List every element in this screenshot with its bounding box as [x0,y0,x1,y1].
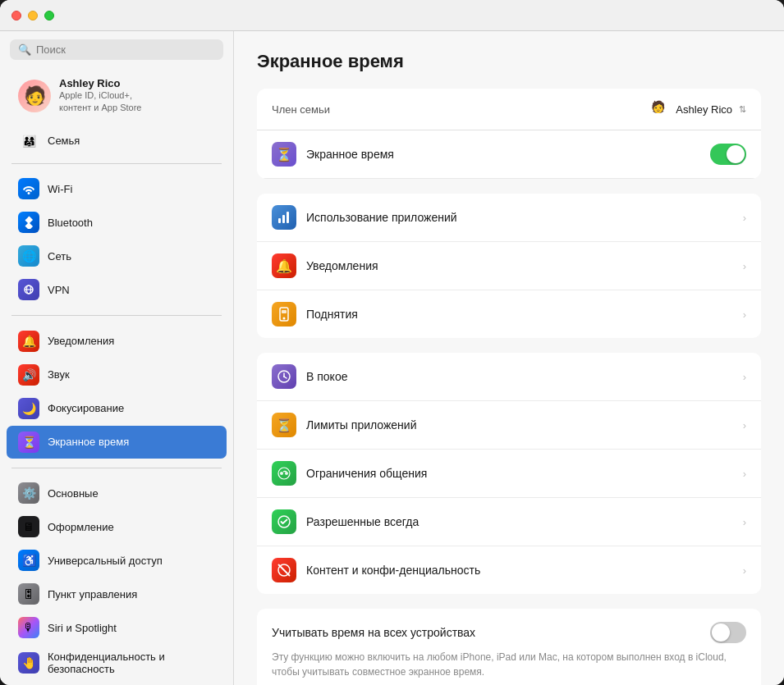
svg-point-10 [283,317,286,320]
user-name: Ashley Rico [59,77,141,89]
search-input-wrap[interactable]: 🔍 [10,39,223,60]
pickups-icon [272,302,296,327]
vpn-icon [18,279,39,300]
communication-row-label: Ограничения общения [306,467,427,480]
shared-time-label: Учитывать время на всех устройствах [272,626,475,639]
bluetooth-icon [18,212,39,233]
always-allowed-icon [272,509,296,534]
downtime-row-left: В покое [272,364,347,389]
app-limits-icon: ⏳ [272,413,296,437]
sidebar-bluetooth-label: Bluetooth [48,217,93,229]
app-usage-row[interactable]: Использование приложений › [257,194,761,242]
settings-rows-group-2: В покое › ⏳ Лимиты приложений › [257,353,761,594]
always-allowed-row-label: Разрешенные всегда [306,515,419,528]
bottom-section: Учитывать время на всех устройствах Эту … [257,609,761,685]
user-info: Ashley Rico Apple ID, iCloud+,контент и … [59,77,141,115]
maximize-button[interactable] [44,11,54,21]
content-privacy-row[interactable]: Контент и конфи-денциальность › [257,546,761,594]
sidebar-item-general[interactable]: ⚙️ Основные [7,477,227,509]
main-content: Экранное время Член семьи 🧑 Ashley Rico … [234,31,784,685]
search-input[interactable] [36,43,215,56]
svg-point-14 [280,472,283,475]
search-bar: 🔍 [0,31,233,68]
pickups-row-left: Поднятия [272,302,358,327]
user-profile-item[interactable]: 🧑 Ashley Rico Apple ID, iCloud+,контент … [7,69,227,123]
screentime-icon: ⏳ [18,432,39,453]
notifications-row[interactable]: 🔔 Уведомления › [257,242,761,290]
family-selector-name: Ashley Rico [676,103,732,116]
sidebar-item-vpn[interactable]: VPN [7,273,227,306]
communication-chevron: › [743,468,746,480]
sidebar-item-accessibility[interactable]: ♿ Универсальный доступ [7,544,227,577]
bottom-toggle-row: Учитывать время на всех устройствах [272,622,746,643]
svg-point-12 [283,376,285,377]
accessibility-icon: ♿ [18,550,39,571]
appearance-icon: 🖥 [18,516,39,537]
family-avatar-icon: 👨‍👩‍👧 [18,130,39,152]
minimize-button[interactable] [28,11,38,21]
sidebar-item-notifications[interactable]: 🔔 Уведомления [7,325,227,358]
notifications-row-label: Уведомления [306,259,378,272]
sidebar-vpn-label: VPN [48,284,70,296]
sidebar-item-appearance[interactable]: 🖥 Оформление [7,510,227,543]
sidebar-item-sound[interactable]: 🔊 Звук [7,358,227,391]
app-limits-chevron: › [743,419,746,432]
sidebar-network-section: Wi-Fi Bluetooth 🌐 [0,168,233,310]
downtime-row-label: В покое [306,370,347,383]
sidebar-more-section: ⚙️ Основные 🖥 Оформление ♿ Универсальный… [0,473,233,685]
user-subtitle: Apple ID, iCloud+,контент и App Store [59,89,141,115]
sidebar-item-bluetooth[interactable]: Bluetooth [7,206,227,239]
titlebar [0,0,784,31]
sidebar-item-wifi[interactable]: Wi-Fi [7,172,227,205]
screen-time-toggle-label: Экранное время [306,148,394,161]
pickups-row-label: Поднятия [306,308,358,321]
app-usage-label: Использование приложений [306,211,457,224]
family-selector[interactable]: 🧑 Ashley Rico ⇅ [651,100,746,118]
sidebar-item-privacy[interactable]: 🤚 Конфиденциальность и безопасность [7,645,227,681]
sidebar-item-siri[interactable]: 🎙 Siri и Spotlight [7,611,227,644]
toggle-knob [727,145,745,163]
sound-icon: 🔊 [18,364,39,386]
communication-row[interactable]: Ограничения общения › [257,450,761,498]
family-member-label: Член семьи [272,103,330,116]
screen-time-toggle[interactable] [710,144,746,165]
sidebar-system-section: 🔔 Уведомления 🔊 Звук 🌙 Фокусирование ⏳ Э… [0,321,233,463]
svg-rect-5 [278,218,281,223]
communication-row-left: Ограничения общения [272,461,427,486]
app-usage-row-left: Использование приложений [272,205,457,230]
sidebar-notifications-label: Уведомления [48,335,114,347]
sidebar-siri-label: Siri и Spotlight [48,622,117,634]
shared-time-toggle[interactable] [710,622,746,643]
always-allowed-row[interactable]: Разрешенные всегда › [257,498,761,546]
sidebar-item-screentime[interactable]: ⏳ Экранное время [7,426,227,459]
svg-rect-9 [282,310,287,313]
pickups-chevron: › [743,308,746,321]
content-privacy-icon [272,558,296,582]
screen-time-toggle-row: ⏳ Экранное время [257,130,761,179]
notifications-chevron: › [743,260,746,272]
sidebar-item-control[interactable]: 🎛 Пункт управления [7,578,227,610]
sidebar-item-focus[interactable]: 🌙 Фокусирование [7,392,227,425]
always-allowed-chevron: › [743,516,746,528]
privacy-icon: 🤚 [18,652,39,674]
sidebar-item-family[interactable]: 👨‍👩‍👧 Семья [7,125,227,158]
control-icon: 🎛 [18,583,39,605]
sidebar-wifi-label: Wi-Fi [48,183,72,195]
sidebar-sound-label: Звук [48,368,70,381]
sidebar-item-network[interactable]: 🌐 Сеть [7,240,227,272]
settings-rows-group: Использование приложений › 🔔 Уведомления… [257,194,761,338]
app-limits-row[interactable]: ⏳ Лимиты приложений › [257,401,761,450]
screen-time-toggle-left: ⏳ Экранное время [272,142,394,167]
notifications-row-left: 🔔 Уведомления [272,253,378,278]
content-privacy-row-label: Контент и конфи-денциальность [306,564,480,577]
selector-arrows-icon: ⇅ [739,104,746,115]
app-window: 🔍 🧑 Ashley Rico Apple ID, iCloud+,контен… [0,0,784,685]
content-privacy-chevron: › [743,564,746,577]
close-button[interactable] [11,11,21,21]
screen-time-icon: ⏳ [272,142,296,167]
sidebar-control-label: Пункт управления [48,588,137,601]
downtime-icon [272,364,296,389]
downtime-row[interactable]: В покое › [257,353,761,401]
general-icon: ⚙️ [18,482,39,504]
pickups-row[interactable]: Поднятия › [257,290,761,338]
